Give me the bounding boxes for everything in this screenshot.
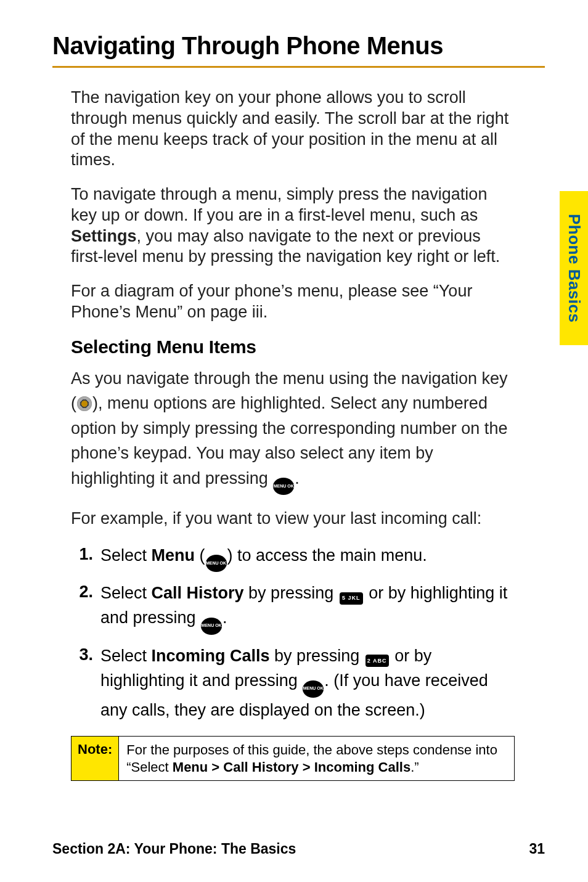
note-box: Note: For the purposes of this guide, th… [71,736,515,781]
keypad-5-icon: 5 JKL [340,592,363,605]
paragraph-selecting: As you navigate through the menu using t… [71,366,515,495]
bold-incoming-calls: Incoming Calls [152,647,270,665]
paragraph-intro-1: The navigation key on your phone allows … [71,88,515,171]
menu-ok-key-icon: MENU OK [201,618,222,635]
menu-ok-key-icon: MENU OK [206,555,227,572]
footer-section-title: Section 2A: Your Phone: The Basics [52,841,296,857]
steps-list: 1. Select Menu (MENU OK) to access the m… [71,543,515,722]
title-rule [52,66,545,68]
menu-ok-key-icon: MENU OK [303,680,324,698]
text-fragment: by pressing [270,647,364,665]
note-label: Note: [71,737,119,780]
heading-selecting-menu-items: Selecting Menu Items [71,337,545,357]
bold-call-history: Call History [152,584,244,602]
text-fragment: . [295,469,300,488]
section-side-tab: Phone Basics [560,191,588,345]
step-body: Select Call History by pressing 5 JKL or… [100,581,515,635]
bold-settings: Settings [71,227,137,245]
navigation-key-icon [77,396,92,411]
step-2: 2. Select Call History by pressing 5 JKL… [71,581,515,635]
step-number: 3. [71,643,100,722]
text-fragment: Select [100,546,152,565]
text-fragment: ), menu options are highlighted. Select … [71,394,507,488]
text-fragment: . [223,608,227,627]
text-fragment: by pressing [244,584,338,602]
text-fragment: To navigate through a menu, simply press… [71,185,487,224]
bold-path: Menu > Call History > Incoming Calls [173,759,410,775]
step-number: 2. [71,581,100,635]
manual-page: Navigating Through Phone Menus The navig… [0,0,588,882]
footer-page-number: 31 [529,841,545,857]
menu-ok-key-icon: MENU OK [273,478,294,495]
paragraph-example-lead: For example, if you want to view your la… [71,508,515,529]
text-fragment: ) to access the main menu. [227,546,427,565]
keypad-2-icon: 2 ABC [365,655,389,667]
page-title: Navigating Through Phone Menus [52,32,545,60]
page-footer: Section 2A: Your Phone: The Basics 31 [52,841,545,857]
step-3: 3. Select Incoming Calls by pressing 2 A… [71,643,515,722]
step-1: 1. Select Menu (MENU OK) to access the m… [71,543,515,572]
text-fragment: Select [100,647,152,665]
step-body: Select Incoming Calls by pressing 2 ABC … [100,643,515,722]
text-fragment: Select [100,584,152,602]
text-fragment: .” [410,759,419,775]
bold-menu: Menu [152,546,195,565]
side-tab-label: Phone Basics [565,214,584,323]
step-body: Select Menu (MENU OK) to access the main… [100,543,515,572]
step-number: 1. [71,543,100,572]
note-body: For the purposes of this guide, the abov… [119,737,514,780]
text-fragment: ( [195,546,205,565]
paragraph-intro-3: For a diagram of your phone’s menu, plea… [71,281,515,323]
paragraph-intro-2: To navigate through a menu, simply press… [71,184,515,267]
